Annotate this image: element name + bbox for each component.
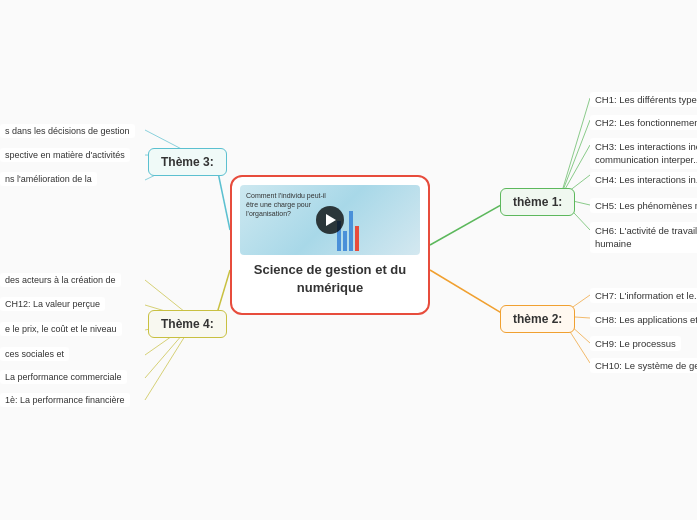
video-thumbnail[interactable]: Comment l'individu peut-il être une char… xyxy=(240,185,420,255)
leaf-ch2[interactable]: CH2: Les fonctionnemen... xyxy=(590,115,697,130)
leaf-ch6[interactable]: CH6: L'activité de travailhumaine xyxy=(590,222,697,253)
theme4-label: Thème 4: xyxy=(161,317,214,331)
svg-line-0 xyxy=(430,200,510,245)
leaf-t3-2[interactable]: spective en matière d'activités xyxy=(0,148,130,162)
bar3 xyxy=(349,211,353,251)
leaf-t4-6[interactable]: 1è: La performance financière xyxy=(0,393,130,407)
video-caption-text: Comment l'individu peut-il être une char… xyxy=(246,192,326,217)
central-node[interactable]: Comment l'individu peut-il être une char… xyxy=(230,175,430,315)
leaf-t4-4[interactable]: ces sociales et xyxy=(0,347,69,361)
leaf-t4-1[interactable]: des acteurs à la création de xyxy=(0,273,121,287)
theme4-node[interactable]: Thème 4: xyxy=(148,310,227,338)
theme3-label: Thème 3: xyxy=(161,155,214,169)
theme3-node[interactable]: Thème 3: xyxy=(148,148,227,176)
theme1-label: thème 1: xyxy=(513,195,562,209)
theme2-label: thème 2: xyxy=(513,312,562,326)
bar4 xyxy=(355,226,359,251)
theme1-node[interactable]: thème 1: xyxy=(500,188,575,216)
mindmap-container: Comment l'individu peut-il être une char… xyxy=(0,0,697,520)
leaf-t4-2[interactable]: CH12: La valeur perçue xyxy=(0,297,105,311)
svg-line-4 xyxy=(560,98,590,198)
leaf-t4-3[interactable]: e le prix, le coût et le niveau xyxy=(0,322,122,336)
svg-line-5 xyxy=(560,120,590,198)
bar2 xyxy=(343,231,347,251)
central-title: Science de gestion et du numérique xyxy=(232,261,428,297)
leaf-ch10[interactable]: CH10: Le système de ge... xyxy=(590,358,697,373)
leaf-ch7[interactable]: CH7: L'information et le... xyxy=(590,288,697,303)
leaf-t3-3[interactable]: ns l'amélioration de la xyxy=(0,172,97,186)
leaf-ch9[interactable]: CH9: Le processus xyxy=(590,336,681,351)
play-button[interactable] xyxy=(316,206,344,234)
leaf-t4-5[interactable]: La performance commerciale xyxy=(0,370,127,384)
leaf-ch1[interactable]: CH1: Les différents type... xyxy=(590,92,697,107)
leaf-ch5[interactable]: CH5: Les phénomènes n... xyxy=(590,198,697,213)
chart-area xyxy=(332,185,420,255)
leaf-ch3[interactable]: CH3: Les interactions inc...communicatio… xyxy=(590,138,697,169)
svg-line-1 xyxy=(430,270,510,318)
leaf-ch8[interactable]: CH8: Les applications et... xyxy=(590,312,697,327)
theme2-node[interactable]: thème 2: xyxy=(500,305,575,333)
leaf-t3-1[interactable]: s dans les décisions de gestion xyxy=(0,124,135,138)
leaf-ch4[interactable]: CH4: Les interactions in... xyxy=(590,172,697,187)
